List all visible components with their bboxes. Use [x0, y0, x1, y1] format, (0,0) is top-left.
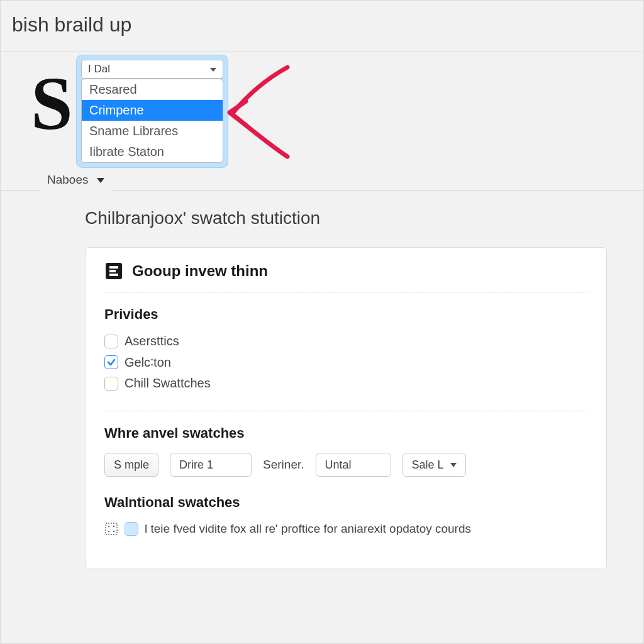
settings-panel: Gooup invew thinn Privides Asersttics Ge… [85, 247, 607, 569]
chevron-down-icon [97, 178, 104, 183]
svg-rect-2 [109, 270, 116, 272]
app-logo-glyph: S [31, 66, 69, 142]
section-tab[interactable]: Naboes [41, 170, 111, 191]
section-tab-label: Naboes [47, 173, 89, 186]
section-title: Walntional swatches [104, 494, 587, 511]
checkbox-checked[interactable] [104, 355, 118, 369]
dotted-square-icon [104, 522, 118, 536]
svg-rect-4 [106, 523, 117, 535]
panel-icon [104, 262, 123, 280]
checkbox-label: Gelc∶ton [125, 355, 171, 370]
field-value: Untal [325, 458, 352, 472]
svg-rect-1 [109, 266, 118, 269]
section-privides: Privides Asersttics Gelc∶ton Chill Swatt… [104, 292, 587, 411]
checkbox[interactable] [104, 335, 118, 348]
section-title: Whre anvel swatches [104, 425, 587, 441]
untal-field[interactable]: Untal [316, 453, 391, 477]
checkbox-row: Gelc∶ton [104, 355, 587, 370]
panel-header: Gooup invew thinn [104, 262, 587, 292]
preset-dropdown[interactable]: I Dal Resared Crimpene Sname Librares Ii… [81, 60, 223, 163]
chevron-down-icon [210, 68, 216, 72]
sample-button[interactable]: S mple [104, 453, 158, 477]
window-title-text: bish braild up [12, 13, 131, 36]
svg-point-5 [108, 526, 110, 528]
svg-point-8 [113, 531, 115, 533]
field-value: Drire 1 [179, 458, 213, 472]
svg-point-7 [108, 531, 110, 533]
window-title: bish braild up [1, 1, 643, 52]
drire-field[interactable]: Drire 1 [170, 453, 252, 477]
svg-point-6 [113, 526, 115, 528]
swatch-controls: S mple Drire 1 Seriner. Untal Sale L [104, 453, 587, 477]
inline-label: Seriner. [263, 458, 304, 472]
panel-heading: Gooup invew thinn [132, 262, 268, 280]
app-window: bish braild up S I Dal Resared Crimpene … [0, 0, 644, 644]
header-area: S I Dal Resared Crimpene Sname Librares … [1, 52, 643, 191]
sale-select[interactable]: Sale L [402, 453, 466, 477]
annotation-arrow-icon [225, 56, 300, 163]
checkbox-row: Asersttics [104, 334, 587, 348]
dropdown-item[interactable]: Sname Librares [82, 121, 223, 142]
checkbox-label: Asersttics [125, 334, 179, 348]
svg-rect-3 [109, 274, 118, 276]
checkbox-checked[interactable] [125, 522, 138, 536]
checkbox-row: Chill Swattches [104, 376, 587, 391]
dropdown-item[interactable]: Iibrate Staton [82, 142, 223, 162]
dropdown-item[interactable]: Resared [82, 79, 223, 100]
main-content: Chilbranjoox' swatch stutiction Gooup in… [1, 191, 643, 569]
section-swatches: Whre anvel swatches S mple Drire 1 Serin… [104, 411, 587, 491]
preset-dropdown-menu: Resared Crimpene Sname Librares Iibrate … [81, 79, 223, 163]
dropdown-item-highlighted[interactable]: Crimpene [82, 100, 223, 121]
section-title: Privides [104, 306, 587, 323]
preset-dropdown-value: I Dal [88, 63, 110, 75]
checkbox-label: Chill Swattches [125, 376, 211, 391]
option-label: l teie fved vidite fox all re' proftice … [145, 522, 471, 536]
checkbox[interactable] [104, 377, 118, 391]
page-title: Chilbranjoox' swatch stutiction [85, 208, 643, 228]
section-optional: Walntional swatches l teie fved vidite f… [104, 491, 587, 550]
select-value: Sale L [412, 458, 444, 472]
chevron-down-icon [450, 463, 457, 467]
option-row: l teie fved vidite fox all re' proftice … [104, 522, 587, 536]
button-label: S mple [114, 458, 149, 472]
preset-dropdown-button[interactable]: I Dal [81, 60, 223, 79]
